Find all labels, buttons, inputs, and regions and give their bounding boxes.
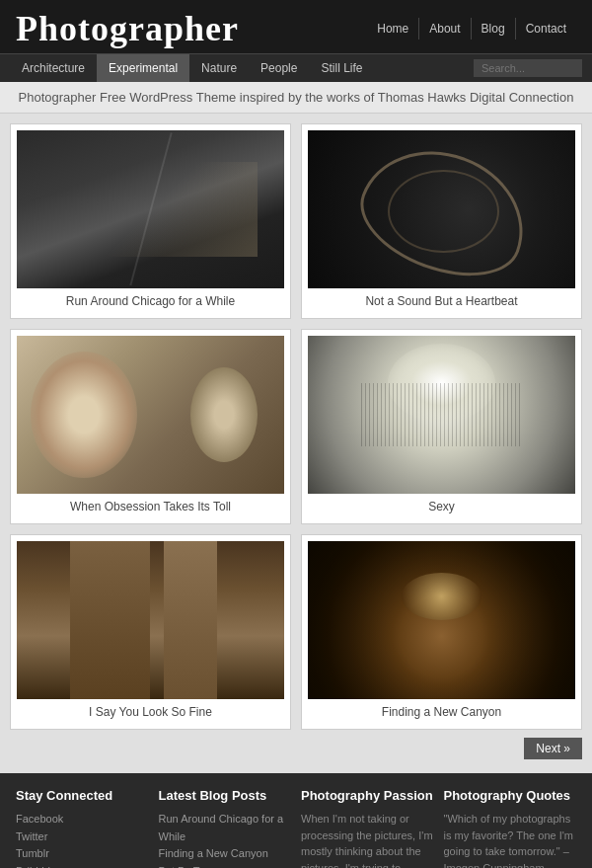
site-footer: Stay Connected Facebook Twitter Tumblr D… [0, 773, 592, 868]
nav-home[interactable]: Home [367, 18, 418, 39]
photo-card-4[interactable]: Sexy [301, 329, 582, 524]
photo-card-5[interactable]: I Say You Look So Fine [10, 534, 291, 730]
footer-grid: Stay Connected Facebook Twitter Tumblr D… [16, 788, 576, 868]
header-top: Photographer Home About Blog Contact [0, 0, 592, 53]
footer-col-blog: Latest Blog Posts Run Around Chicago for… [159, 788, 292, 868]
photo-image-4 [308, 336, 575, 494]
photo-card-3[interactable]: When Obsession Takes Its Toll [10, 329, 291, 524]
photo-caption-1: Run Around Chicago for a While [17, 288, 284, 312]
main-content: Run Around Chicago for a While Not a Sou… [0, 114, 592, 773]
photo-card-6[interactable]: Finding a New Canyon [301, 534, 582, 730]
footer-blog-heading: Latest Blog Posts [159, 788, 292, 803]
footer-col-connected: Stay Connected Facebook Twitter Tumblr D… [16, 788, 149, 868]
category-navigation: Architecture Experimental Nature People … [0, 53, 592, 82]
footer-link-facebook[interactable]: Facebook [16, 811, 149, 829]
nav-people[interactable]: People [249, 54, 309, 82]
footer-link-dribbble[interactable]: Dribbble [16, 863, 149, 868]
photo-image-5 [17, 541, 284, 699]
nav-about[interactable]: About [418, 18, 470, 39]
footer-col-passion: Photography Passion When I'm not taking … [301, 788, 434, 868]
photo-image-6 [308, 541, 575, 699]
nav-experimental[interactable]: Experimental [97, 54, 189, 82]
footer-link-twitter[interactable]: Twitter [16, 829, 149, 846]
photo-image-2 [308, 130, 575, 288]
footer-post-3[interactable]: But By Tomorrow [159, 863, 292, 868]
photo-card-1[interactable]: Run Around Chicago for a While [10, 123, 291, 319]
nav-contact[interactable]: Contact [515, 18, 576, 39]
nav-blog[interactable]: Blog [471, 18, 515, 39]
search-input[interactable] [474, 59, 582, 77]
photo-image-1 [17, 130, 284, 288]
footer-passion-heading: Photography Passion [301, 788, 434, 803]
footer-link-tumblr[interactable]: Tumblr [16, 845, 149, 863]
footer-post-1[interactable]: Run Around Chicago for a While [159, 811, 292, 845]
footer-quotes-heading: Photography Quotes [444, 788, 577, 803]
footer-passion-text: When I'm not taking or processing the pi… [301, 811, 434, 868]
photo-caption-2: Not a Sound But a Heartbeat [308, 288, 575, 312]
footer-connected-heading: Stay Connected [16, 788, 149, 803]
photo-card-2[interactable]: Not a Sound But a Heartbeat [301, 123, 582, 319]
tagline: Photographer Free WordPress Theme inspir… [0, 82, 592, 114]
site-header: Photographer Home About Blog Contact Arc… [0, 0, 592, 82]
photo-image-3 [17, 336, 284, 494]
nav-nature[interactable]: Nature [189, 54, 249, 82]
photo-caption-5: I Say You Look So Fine [17, 699, 284, 723]
footer-col-quotes: Photography Quotes "Which of my photogra… [444, 788, 577, 868]
site-title: Photographer [16, 8, 239, 49]
footer-quotes-text: "Which of my photographs is my favorite?… [444, 811, 577, 868]
nav-still-life[interactable]: Still Life [309, 54, 374, 82]
top-navigation: Home About Blog Contact [367, 18, 576, 39]
next-button[interactable]: Next » [524, 738, 582, 759]
photo-caption-4: Sexy [308, 494, 575, 517]
photo-grid: Run Around Chicago for a While Not a Sou… [10, 123, 582, 730]
pagination: Next » [10, 730, 582, 763]
photo-caption-3: When Obsession Takes Its Toll [17, 494, 284, 517]
photo-caption-6: Finding a New Canyon [308, 699, 575, 723]
nav-architecture[interactable]: Architecture [10, 54, 97, 82]
footer-post-2[interactable]: Finding a New Canyon [159, 845, 292, 863]
